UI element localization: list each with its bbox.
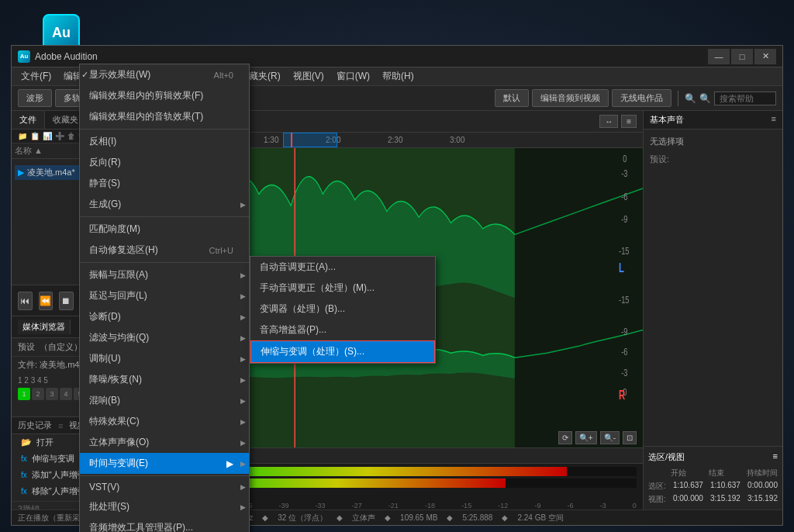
menu-edit-track-effects[interactable]: 编辑效果组内的音轨效果(T) [80, 106, 249, 127]
menu-amplitude[interactable]: 振幅与压限(A) [80, 264, 249, 285]
waveform-tab[interactable]: 波形 [18, 89, 52, 107]
track-3-btn[interactable]: 3 [46, 388, 58, 400]
vst-label: VST(V) [89, 482, 119, 492]
magnifier-icon: 🔍 [699, 93, 711, 104]
right-panel-header: 基本声音 ≡ [644, 111, 782, 130]
menu-invert[interactable]: 反相(I) [80, 131, 249, 152]
right-panel: 基本声音 ≡ 无选择项 预设: 选区/视图 ≡ 开始 结束 持续时间 [643, 111, 782, 510]
tab-history[interactable]: 历史记录 [18, 420, 52, 431]
menu-modulation[interactable]: 调制(U) [80, 348, 249, 369]
waveform-tool-btn-1[interactable]: ↔ [599, 115, 618, 128]
transport-rewind[interactable]: ⏪ [39, 292, 54, 310]
loop-btn[interactable]: ⟳ [558, 431, 572, 444]
file-toolbar-icon2[interactable]: 📋 [30, 132, 40, 140]
status-sep-6: ◆ [502, 513, 508, 522]
default-btn[interactable]: 默认 [495, 89, 529, 107]
menu-delay-echo[interactable]: 延迟与回声(L) [80, 285, 249, 306]
menu-special-effects[interactable]: 特殊效果(C) [80, 411, 249, 432]
menu-silence[interactable]: 静音(S) [80, 173, 249, 194]
transport-stop[interactable]: ⏹ [59, 292, 74, 310]
batch-label: 批处理(S) [89, 500, 129, 513]
sep-1 [80, 129, 249, 130]
file-toolbar-icon4[interactable]: ➕ [55, 132, 64, 140]
track-2-btn[interactable]: 2 [32, 388, 44, 400]
sep-2 [80, 216, 249, 217]
fit-btn[interactable]: ⊡ [623, 431, 637, 444]
close-button[interactable]: ✕ [754, 49, 776, 64]
effects-dropdown-menu: 显示效果组(W) Alt+0 编辑效果组内的剪辑效果(F) 编辑效果组内的音轨效… [79, 64, 250, 532]
menu-noise-reduction[interactable]: 降噪/恢复(N) [80, 369, 249, 390]
sep-4 [80, 475, 249, 476]
time-3-00: 3:00 [450, 136, 464, 144]
submenu-auto-pitch[interactable]: 自动音调更正(A)... [250, 257, 435, 278]
edit-clip-effects-label: 编辑效果组内的剪辑效果(F) [89, 89, 203, 102]
playhead[interactable] [291, 133, 292, 147]
submenu-manual-pitch[interactable]: 手动音调更正（处理）(M)... [250, 278, 435, 299]
submenu-pitch-bender[interactable]: 音高增益器(P)... [250, 320, 435, 340]
toolbar-right: 默认 编辑音频到视频 无线电作品 🔍 🔍 [495, 89, 776, 107]
track-numbers: 1 2 3 4 5 [18, 376, 48, 385]
tab-files[interactable]: 文件 [12, 111, 45, 129]
zoom-in-btn[interactable]: 🔍+ [575, 431, 597, 444]
menu-edit-clip-effects[interactable]: 编辑效果组内的剪辑效果(F) [80, 85, 249, 106]
menu-vst[interactable]: VST(V) [80, 478, 249, 496]
separator: ≡ [58, 421, 63, 430]
open-icon: 📂 [21, 437, 32, 447]
menu-help[interactable]: 帮助(H) [376, 68, 420, 85]
noise-reduction-label: 降噪/恢复(N) [89, 373, 142, 386]
right-panel-menu-icon[interactable]: ≡ [772, 114, 776, 123]
waveform-tool-btn-2[interactable]: ≡ [621, 115, 637, 128]
svg-text:-9: -9 [621, 214, 627, 225]
filter-eq-label: 滤波与均衡(Q) [89, 331, 149, 344]
auto-heal-shortcut: Ctrl+U [194, 246, 233, 255]
radio-production-btn[interactable]: 无线电作品 [612, 89, 671, 107]
track-1-btn[interactable]: 1 [18, 388, 30, 400]
edit-audio-video-btn[interactable]: 编辑音频到视频 [532, 89, 609, 107]
menu-plugin-manager[interactable]: 音频增效工具管理器(P)... [80, 517, 249, 532]
svg-text:L: L [619, 261, 624, 275]
minimize-button[interactable]: — [708, 49, 730, 64]
delay-echo-label: 延迟与回声(L) [89, 289, 147, 302]
undo-label[interactable]: 3撤销 [18, 503, 40, 510]
menu-batch[interactable]: 批处理(S) [80, 496, 249, 517]
menu-file[interactable]: 文件(F) [15, 68, 57, 85]
menu-time-pitch[interactable]: 时间与变调(E) ▶ [80, 453, 249, 474]
fx-icon-2: fx [21, 471, 27, 479]
selection-view-header: 选区/视图 ≡ [648, 451, 778, 463]
tab-media-browser[interactable]: 媒体浏览器 [18, 320, 71, 334]
time-pitch-submenu: 自动音调更正(A)... 手动音调更正（处理）(M)... 变调器（处理）(B)… [250, 256, 436, 364]
menu-filter-eq[interactable]: 滤波与均衡(Q) [80, 327, 249, 348]
menu-generate[interactable]: 生成(G) [80, 194, 249, 215]
selection-col-headers: 开始 结束 持续时间 [648, 468, 778, 478]
zoom-out-btn[interactable]: 🔍- [600, 431, 620, 444]
selection-end: 1:10.637 [710, 481, 740, 492]
status-sep-5: ◆ [447, 513, 453, 522]
menu-reverse[interactable]: 反向(R) [80, 152, 249, 173]
transport-to-start[interactable]: ⏮ [18, 292, 33, 310]
file-toolbar-icon3[interactable]: 📊 [43, 132, 52, 140]
selection-view-panel: 选区/视图 ≡ 开始 结束 持续时间 选区: 1:10.637 1:10.637… [644, 446, 782, 510]
selection-label: 选区: [648, 481, 666, 492]
track-4-btn[interactable]: 4 [60, 388, 72, 400]
search-input[interactable] [714, 92, 776, 105]
submenu-pitch-shifter[interactable]: 变调器（处理）(B)... [250, 299, 435, 320]
menu-diagnostics[interactable]: 诊断(D) [80, 306, 249, 327]
file-toolbar-icon5[interactable]: 🗑 [67, 132, 75, 140]
file-toolbar-icon1[interactable]: 📁 [18, 132, 27, 140]
svg-text:R: R [619, 388, 625, 402]
svg-text:-3: -3 [621, 367, 627, 378]
app-logo: Au [18, 50, 30, 63]
menu-show-effects-group[interactable]: 显示效果组(W) Alt+0 [80, 64, 249, 85]
menu-window[interactable]: 窗口(W) [330, 68, 376, 85]
menu-match-loudness[interactable]: 匹配响度(M) [80, 219, 249, 240]
maximize-button[interactable]: □ [731, 49, 753, 64]
col-start-label: 开始 [671, 468, 686, 478]
status-duration: 5:25.888 [462, 513, 492, 522]
menu-auto-heal[interactable]: 自动修复选区(H) Ctrl+U [80, 240, 249, 261]
submenu-stretch-pitch[interactable]: 伸缩与变调（处理）(S)... [250, 340, 435, 363]
menu-stereo-image[interactable]: 立体声声像(O) [80, 432, 249, 453]
reverse-label: 反向(R) [89, 156, 121, 169]
menu-reverb[interactable]: 混响(B) [80, 390, 249, 411]
menu-view[interactable]: 视图(V) [287, 68, 330, 85]
selection-view-menu[interactable]: ≡ [773, 451, 778, 463]
